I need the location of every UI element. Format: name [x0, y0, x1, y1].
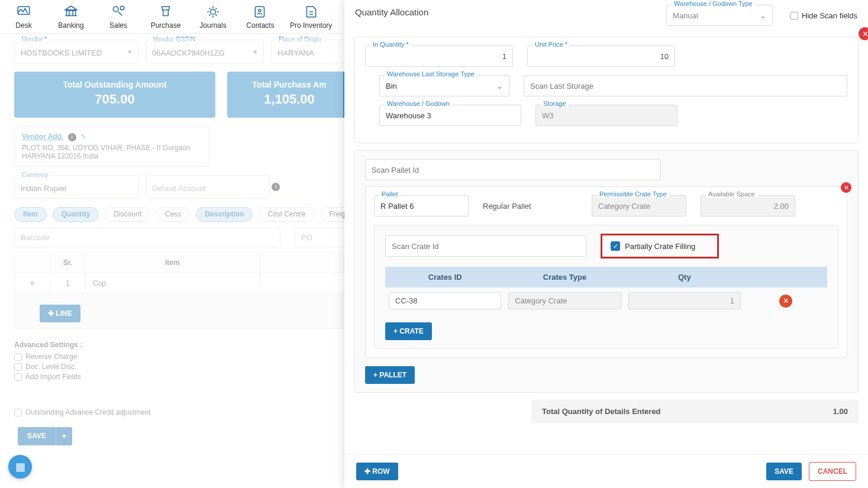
sales-icon: [110, 4, 127, 20]
remove-pallet-icon[interactable]: ✕: [841, 182, 851, 193]
chevron-down-icon: ⌄: [760, 11, 766, 20]
in-quantity-input[interactable]: In Quantity *: [365, 46, 513, 67]
modal-cancel-button[interactable]: CANCEL: [809, 462, 856, 481]
pallet-type-label: Regular Pallet: [483, 202, 577, 211]
nav-proinventory[interactable]: Pro Inventory: [290, 4, 332, 30]
bank-icon: [63, 4, 79, 20]
modal-header: Quantity Allocation Warehouse / Godown T…: [344, 0, 868, 30]
quantity-allocation-modal: ✕ Quantity Allocation Warehouse / Godown…: [344, 0, 868, 488]
col-crates-type: Crates Type: [505, 267, 624, 287]
nav-purchase[interactable]: Purchase: [148, 4, 183, 30]
crate-qty-input: [628, 292, 741, 309]
journals-icon: [205, 4, 221, 20]
nav-desk[interactable]: Desk: [6, 4, 41, 30]
unit-price-input[interactable]: Unit Price *: [527, 46, 675, 67]
scan-crate-input[interactable]: [385, 235, 586, 257]
modal-footer: ✚ ROW SAVE CANCEL: [344, 454, 868, 488]
add-pallet-button[interactable]: + PALLET: [365, 366, 415, 384]
warehouse-field[interactable]: Warehouse / Godown Warehouse 3: [379, 105, 521, 126]
partially-crate-filling-checkbox[interactable]: ✓: [611, 241, 620, 251]
svg-point-3: [211, 9, 216, 15]
add-row-button[interactable]: ✚ ROW: [356, 463, 398, 480]
crates-table: Crates ID Crates Type Qty ✕: [385, 267, 827, 314]
qty-price-panel: In Quantity * Unit Price * Warehouse Las…: [354, 37, 859, 143]
add-crate-button[interactable]: + CRATE: [385, 322, 432, 340]
close-icon[interactable]: ✕: [859, 27, 868, 40]
delete-crate-icon[interactable]: ✕: [779, 295, 792, 308]
pallet-panel: ✕ Pallet R Pallet 6 Regular Pallet Permi…: [354, 150, 859, 393]
svg-point-5: [259, 9, 261, 12]
last-storage-type-select[interactable]: Warehouse Last Storage Type Bin ⌄: [379, 75, 509, 96]
warehouse-godown-type-select[interactable]: Warehouse / Godown Type Manual ⌄: [666, 5, 773, 26]
nav-journals[interactable]: Journals: [195, 4, 231, 30]
partially-crate-filling-highlight: ✓ Partially Crate Filling: [601, 234, 719, 258]
contacts-icon: [252, 4, 269, 20]
svg-point-1: [113, 7, 118, 12]
svg-point-2: [120, 6, 124, 10]
modal-backdrop: [0, 38, 343, 488]
purchase-icon: [157, 4, 174, 20]
scan-pallet-input[interactable]: [365, 159, 661, 180]
pallet-id-field[interactable]: Pallet R Pallet 6: [374, 195, 469, 216]
modal-save-button[interactable]: SAVE: [766, 463, 802, 480]
crate-inner-panel: ✓ Partially Crate Filling Crates ID Crat…: [374, 225, 838, 349]
scan-last-storage-input[interactable]: [524, 75, 847, 96]
storage-field: Storage W3: [535, 105, 677, 126]
nav-banking[interactable]: Banking: [53, 4, 89, 30]
app-launcher-fab[interactable]: ▦: [8, 455, 32, 479]
available-space-field: Available Space 2.00: [701, 195, 795, 216]
chevron-down-icon: ⌄: [496, 82, 503, 91]
crate-row: ✕: [385, 287, 827, 314]
nav-contacts[interactable]: Contacts: [243, 4, 278, 30]
hide-scan-fields-checkbox[interactable]: Hide Scan fields: [790, 11, 857, 20]
nav-sales[interactable]: Sales: [101, 4, 136, 30]
desk-icon: [15, 4, 32, 20]
permissible-crate-type-field: Permissible Crate Type Category Crate: [592, 195, 686, 216]
pallet-subpanel: ✕ Pallet R Pallet 6 Regular Pallet Permi…: [365, 186, 847, 358]
total-qty-bar: Total Quantity of Details Entered 1.00: [531, 400, 859, 423]
modal-body: In Quantity * Unit Price * Warehouse Las…: [344, 30, 868, 454]
crate-id-input[interactable]: [389, 292, 501, 309]
inventory-icon: [303, 4, 320, 20]
grid-icon: ▦: [15, 460, 25, 473]
col-crates-qty: Qty: [625, 267, 744, 287]
col-crates-id: Crates ID: [385, 267, 505, 287]
crate-type-input: [508, 292, 621, 309]
modal-title: Quantity Allocation: [355, 7, 428, 17]
